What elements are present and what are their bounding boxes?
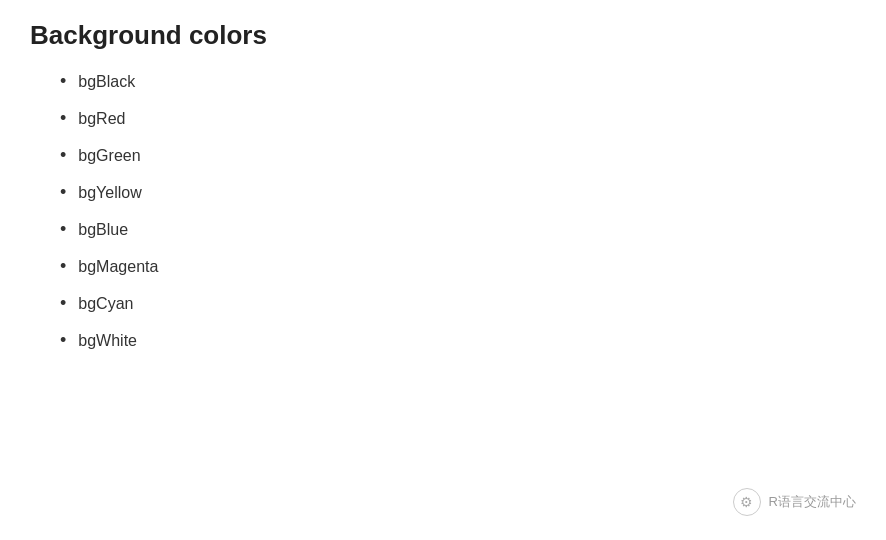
list-item: bgBlack xyxy=(60,71,856,92)
watermark-icon: ⚙ xyxy=(733,488,761,516)
list-item: bgRed xyxy=(60,108,856,129)
list-item: bgWhite xyxy=(60,330,856,351)
list-item: bgYellow xyxy=(60,182,856,203)
color-item-label: bgMagenta xyxy=(78,258,158,276)
watermark-text: R语言交流中心 xyxy=(769,493,856,511)
list-item: bgBlue xyxy=(60,219,856,240)
color-item-label: bgGreen xyxy=(78,147,140,165)
color-item-label: bgWhite xyxy=(78,332,137,350)
list-item: bgGreen xyxy=(60,145,856,166)
color-item-label: bgYellow xyxy=(78,184,141,202)
color-list: bgBlackbgRedbgGreenbgYellowbgBluebgMagen… xyxy=(60,71,856,351)
color-item-label: bgBlack xyxy=(78,73,135,91)
color-item-label: bgBlue xyxy=(78,221,128,239)
page-container: Background colors bgBlackbgRedbgGreenbgY… xyxy=(0,0,886,540)
color-item-label: bgRed xyxy=(78,110,125,128)
page-title: Background colors xyxy=(30,20,856,51)
color-item-label: bgCyan xyxy=(78,295,133,313)
list-item: bgMagenta xyxy=(60,256,856,277)
list-item: bgCyan xyxy=(60,293,856,314)
watermark: ⚙ R语言交流中心 xyxy=(733,488,856,516)
